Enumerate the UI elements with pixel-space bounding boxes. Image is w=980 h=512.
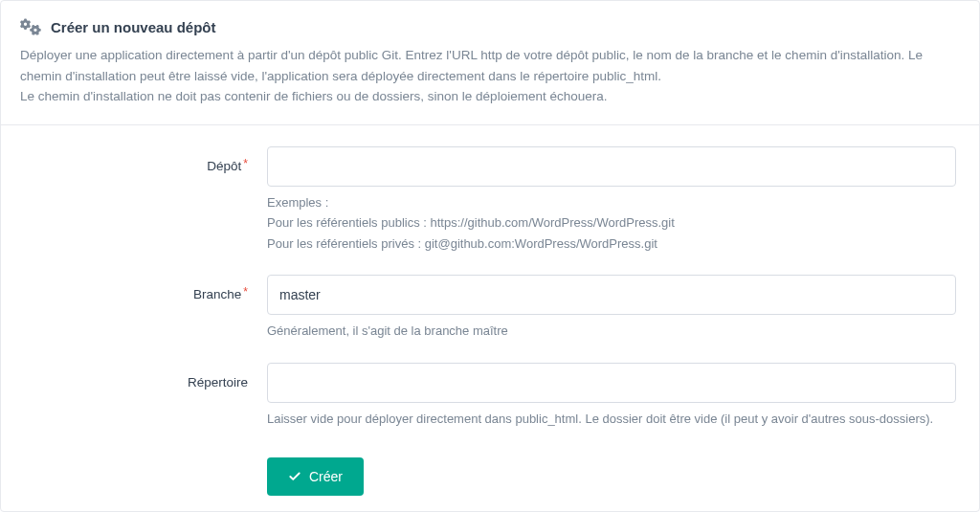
input-col-repo: Exemples : Pour les référentiels publics… [267,146,956,254]
submit-col: Créer [267,457,364,496]
branch-label: Branche [193,287,241,301]
required-star-icon: * [243,157,248,170]
directory-label: Répertoire [188,375,248,390]
input-col-branch: Généralement, il s'agit de la branche ma… [267,275,956,341]
repo-helper-line1: Pour les référentiels publics : https://… [267,212,956,233]
header-description-1: Déployer une application directement à p… [20,45,960,86]
header-description-2: Le chemin d'installation ne doit pas con… [20,86,960,107]
label-col-branch: Branche* [20,275,267,302]
directory-helper: Laisser vide pour déployer directement d… [267,409,956,429]
required-star-icon: * [243,285,248,299]
repo-input[interactable] [267,146,956,187]
label-col-repo: Dépôt* [20,146,267,174]
form-header: Créer un nouveau dépôt Déployer une appl… [1,1,979,125]
cogs-icon [20,18,41,35]
repo-helper-intro: Exemples : [267,192,956,212]
create-button-label: Créer [309,469,343,484]
repo-label: Dépôt [207,159,241,173]
title-row: Créer un nouveau dépôt [20,18,960,35]
check-icon [288,470,301,483]
form-row-repo: Dépôt* Exemples : Pour les référentiels … [20,146,960,254]
label-col-directory: Répertoire [20,363,267,390]
page-title: Créer un nouveau dépôt [51,19,216,35]
create-button[interactable]: Créer [267,457,364,496]
form-row-directory: Répertoire Laisser vide pour déployer di… [20,363,960,429]
form-row-branch: Branche* Généralement, il s'agit de la b… [20,275,960,341]
branch-input[interactable] [267,275,956,315]
submit-row: Créer [20,457,960,496]
input-col-directory: Laisser vide pour déployer directement d… [267,363,956,429]
branch-helper: Généralement, il s'agit de la branche ma… [267,321,956,341]
repo-helper: Exemples : Pour les référentiels publics… [267,192,956,254]
repo-helper-line2: Pour les référentiels privés : git@githu… [267,234,956,254]
form-body: Dépôt* Exemples : Pour les référentiels … [1,125,979,512]
directory-input[interactable] [267,363,956,403]
